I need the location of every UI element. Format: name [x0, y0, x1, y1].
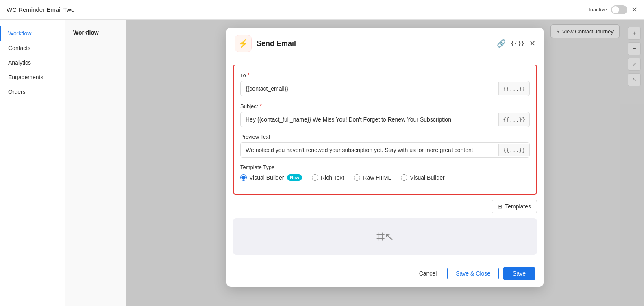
sidebar-item-contacts[interactable]: Contacts	[0, 41, 65, 55]
preview-text-label: Preview Text	[240, 134, 530, 140]
subject-input-wrapper: {{...}}	[240, 112, 530, 127]
to-input[interactable]	[241, 81, 498, 96]
preview-text-input-wrapper: {{...}}	[240, 142, 530, 158]
subject-input[interactable]	[241, 112, 498, 127]
save-button[interactable]: Save	[503, 267, 535, 280]
radio-rich-text[interactable]: Rich Text	[312, 174, 344, 181]
preview-text-merge-tag-button[interactable]: {{...}}	[498, 144, 529, 156]
email-preview-area: ⌗ ↖	[233, 218, 537, 255]
drag-icon: ⌗	[376, 228, 385, 245]
subject-label: Subject *	[240, 103, 530, 109]
templates-icon: ⊞	[498, 203, 503, 210]
sub-sidebar: Workflow	[65, 20, 126, 306]
modal-close-icon[interactable]: ✕	[529, 39, 535, 48]
to-required: *	[248, 72, 250, 78]
subject-required: *	[259, 103, 261, 109]
modal-body: To * {{...}} Subject	[226, 65, 544, 255]
sidebar-item-analytics[interactable]: Analytics	[0, 55, 65, 70]
app-title: WC Reminder Email Two	[7, 6, 74, 13]
preview-text-field-group: Preview Text {{...}}	[240, 134, 530, 158]
modal-title: Send Email	[257, 39, 492, 48]
templates-area: ⊞ Templates	[226, 195, 544, 213]
link-icon[interactable]: 🔗	[497, 39, 506, 48]
app-close-icon[interactable]: ✕	[631, 6, 637, 13]
new-badge: New	[287, 174, 302, 181]
send-email-icon: ⚡	[235, 35, 252, 52]
radio-visual-builder-input[interactable]	[401, 174, 407, 181]
active-toggle[interactable]	[611, 5, 627, 14]
top-bar-right: Inactive ✕	[589, 5, 637, 14]
merge-tag-icon[interactable]: {{}}	[511, 40, 524, 47]
radio-visual-builder-new-input[interactable]	[240, 174, 247, 181]
cursor-icon: ↖	[385, 230, 394, 243]
subject-field-group: Subject * {{...}}	[240, 103, 530, 127]
main-area: ⑂ View Contact Journey + − ⤢ ⤡ ⚡ Send Em…	[126, 20, 644, 306]
sidebar-item-orders[interactable]: Orders	[0, 85, 65, 99]
to-field-group: To * {{...}}	[240, 72, 530, 96]
modal-footer: Cancel Save & Close Save	[226, 260, 544, 287]
template-type-group: Template Type Visual Builder New Rich Te…	[240, 164, 530, 181]
modal-header-icons: 🔗 {{}} ✕	[497, 39, 535, 48]
top-bar: WC Reminder Email Two Inactive ✕	[0, 0, 644, 20]
cancel-button[interactable]: Cancel	[413, 267, 444, 280]
radio-visual-builder-new[interactable]: Visual Builder New	[240, 174, 302, 181]
save-close-button[interactable]: Save & Close	[447, 267, 499, 280]
to-merge-tag-button[interactable]: {{...}}	[498, 82, 529, 95]
send-email-modal: ⚡ Send Email 🔗 {{}} ✕	[226, 28, 544, 287]
radio-raw-html[interactable]: Raw HTML	[354, 174, 391, 181]
sidebar-item-engagements[interactable]: Engagements	[0, 70, 65, 85]
to-label: To *	[240, 72, 530, 78]
sidebar: Workflow Contacts Analytics Engagements …	[0, 20, 65, 306]
modal-overlay: ⚡ Send Email 🔗 {{}} ✕	[126, 20, 644, 306]
template-type-radio-group: Visual Builder New Rich Text Raw HTML	[240, 174, 530, 181]
templates-button[interactable]: ⊞ Templates	[492, 200, 537, 213]
layout: Workflow Contacts Analytics Engagements …	[0, 20, 644, 306]
radio-rich-text-input[interactable]	[312, 174, 318, 181]
status-label: Inactive	[589, 7, 607, 13]
radio-raw-html-input[interactable]	[354, 174, 360, 181]
modal-header: ⚡ Send Email 🔗 {{}} ✕	[226, 28, 544, 58]
template-type-label: Template Type	[240, 164, 530, 170]
radio-visual-builder[interactable]: Visual Builder	[401, 174, 444, 181]
to-input-wrapper: {{...}}	[240, 81, 530, 96]
subject-merge-tag-button[interactable]: {{...}}	[498, 113, 529, 126]
preview-text-input[interactable]	[241, 143, 498, 157]
sidebar-item-workflow[interactable]: Workflow	[0, 26, 65, 41]
sub-sidebar-title: Workflow	[65, 26, 126, 39]
form-section: To * {{...}} Subject	[233, 65, 537, 195]
